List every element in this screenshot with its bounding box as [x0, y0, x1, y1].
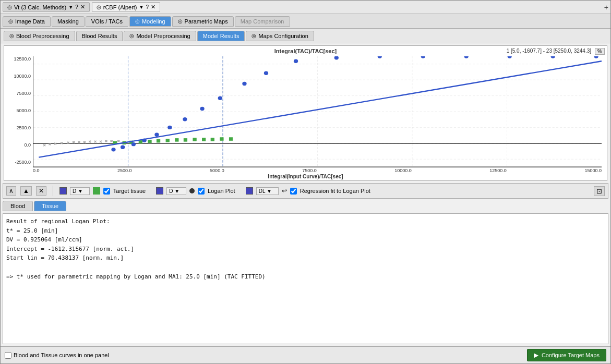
masking-label: Masking [57, 18, 79, 25]
x-label-0: 0.0 [33, 168, 40, 173]
logan-plot-checkbox[interactable] [198, 188, 205, 195]
mp-icon: ◎ [129, 33, 134, 39]
up-button[interactable]: ▲ [20, 186, 32, 196]
vt-help[interactable]: ? [75, 4, 78, 10]
target-dropdown[interactable]: D ▼ [70, 187, 90, 195]
reg-dropdown[interactable]: DL ▼ [256, 187, 279, 195]
svg-point-54 [294, 59, 298, 63]
svg-point-53 [264, 71, 268, 75]
svg-rect-36 [175, 139, 178, 142]
tab-vois-tacs[interactable]: VOIs / TACs [86, 16, 128, 27]
separator-1 [53, 186, 53, 196]
result-line-0: Result of regional Logan Plot: [6, 217, 605, 226]
svg-line-62 [39, 61, 602, 157]
svg-rect-34 [157, 139, 160, 142]
target-tissue-checkbox[interactable] [103, 188, 110, 195]
vt-dropdown[interactable]: ▼ [68, 5, 73, 10]
tab-map-comparison[interactable]: Map Comparison [235, 16, 290, 27]
map-comparison-label: Map Comparison [241, 18, 284, 25]
add-tab-button[interactable]: + [604, 3, 608, 11]
one-panel-checkbox-label[interactable]: Blood and Tissue curves in one panel [5, 352, 109, 359]
svg-rect-32 [139, 140, 142, 143]
subtab-model-results[interactable]: Model Results [197, 31, 245, 41]
chart-info: 1 [5.0, -1607.7] - 23 [5250.0, 3244.3] [507, 48, 591, 54]
tissue-tab[interactable]: Tissue [34, 201, 66, 211]
vt-close[interactable]: ✕ [80, 4, 85, 10]
modeling-label: Modeling [142, 18, 165, 25]
image-data-label: Image Data [15, 18, 45, 25]
legend-row-regression: DL ▼ ↩ Regression fit to Logan Plot [246, 187, 370, 195]
tab-masking[interactable]: Masking [52, 16, 85, 27]
svg-rect-40 [211, 138, 214, 141]
svg-point-52 [242, 82, 246, 86]
snapshot-button[interactable]: ⊡ [594, 186, 605, 196]
mp-label: Model Preprocessing [136, 33, 190, 39]
bp-label: Blood Preprocessing [16, 33, 69, 39]
sub-tab-bar: ◎ Blood Preprocessing Blood Results ◎ Mo… [1, 29, 610, 43]
tab-modeling[interactable]: ◎ Modeling [129, 16, 171, 27]
y-label-4: 2500.0 [16, 125, 31, 130]
svg-text:×: × [105, 139, 107, 143]
line-tool-button[interactable]: ∧ [6, 186, 16, 196]
tab-parametric-maps[interactable]: ◎ Parametric Maps [172, 16, 234, 27]
svg-text:×: × [89, 139, 91, 143]
logan-dropdown[interactable]: D ▼ [166, 187, 186, 195]
svg-text:×: × [83, 140, 86, 144]
br-label: Blood Results [82, 33, 117, 39]
chart-plot[interactable]: × × × × × × × × × × × × × × [33, 56, 602, 167]
y-label-1: 10000.0 [14, 74, 31, 79]
parametric-label: Parametric Maps [185, 18, 228, 25]
blood-tissue-tabs: Blood Tissue [3, 201, 608, 211]
svg-text:×: × [117, 139, 120, 143]
subtab-blood-results[interactable]: Blood Results [76, 31, 123, 41]
svg-point-55 [334, 56, 339, 59]
target-color-box[interactable] [59, 187, 67, 195]
title-tab-rcbf[interactable]: ◎ rCBF (Alpert) ▼ ? ✕ [92, 2, 160, 12]
subtab-maps-configuration[interactable]: ◎ Maps Configuration [246, 31, 314, 41]
rcbf-dropdown[interactable]: ▼ [139, 5, 144, 10]
title-tab-vt[interactable]: ◎ Vt (3 Calc. Methods) ▼ ? ✕ [3, 2, 90, 12]
close-button[interactable]: ✕ [36, 186, 46, 196]
svg-rect-37 [184, 139, 187, 142]
mr-label: Model Results [203, 33, 239, 39]
modeling-icon: ◎ [135, 18, 140, 24]
x-label-6: 15000.0 [584, 168, 602, 173]
one-panel-checkbox[interactable] [5, 352, 11, 359]
result-line-4: Start lin = 70.438137 [norm. min.] [6, 253, 605, 263]
blood-tab[interactable]: Blood [3, 201, 33, 211]
image-data-icon: ◎ [8, 18, 13, 24]
configure-target-maps-button[interactable]: ▶ Configure Target Maps [527, 349, 606, 361]
main-window: ◎ Vt (3 Calc. Methods) ▼ ? ✕ ◎ rCBF (Alp… [0, 0, 611, 364]
regression-label: Regression fit to Logan Plot [300, 188, 370, 194]
y-label-5: 0.0 [24, 142, 31, 148]
svg-rect-35 [166, 139, 169, 142]
legend-row-target: D ▼ Target tissue [59, 187, 146, 195]
logan-color-box[interactable] [156, 187, 163, 195]
bottom-bar: Blood and Tissue curves in one panel ▶ C… [1, 346, 610, 363]
percent-button[interactable]: % [595, 48, 605, 55]
configure-label: Configure Target Maps [542, 352, 600, 358]
rcbf-help[interactable]: ? [146, 4, 149, 10]
svg-rect-38 [193, 138, 196, 141]
target-tissue-label: Target tissue [113, 188, 146, 194]
svg-point-49 [183, 117, 187, 121]
subtab-blood-preprocessing[interactable]: ◎ Blood Preprocessing [4, 31, 75, 41]
tab-image-data[interactable]: ◎ Image Data [3, 16, 51, 27]
rcbf-close[interactable]: ✕ [151, 4, 155, 10]
main-content: Integral(TAC)/TAC[sec] 1 [5.0, -1607.7] … [1, 43, 610, 346]
svg-text:×: × [100, 139, 102, 143]
vois-tacs-label: VOIs / TACs [91, 18, 123, 25]
target-green-box[interactable] [93, 187, 100, 195]
y-axis: 12500.0 10000.0 7500.0 5000.0 2500.0 0.0… [4, 56, 33, 165]
svg-point-50 [200, 107, 204, 111]
x-axis-label: Integral(Input Curve)/TAC[sec] [268, 174, 343, 179]
chart-area: Integral(TAC)/TAC[sec] 1 [5.0, -1607.7] … [4, 45, 607, 181]
y-label-6: -2500.0 [15, 160, 31, 165]
y-label-0: 12500.0 [14, 56, 31, 62]
x-label-4: 10000.0 [394, 168, 412, 173]
x-axis-labels: 0.0 2500.0 5000.0 7500.0 10000.0 12500.0… [33, 168, 602, 173]
rcbf-label: rCBF (Alpert) [103, 4, 137, 10]
reg-color-box[interactable] [246, 187, 253, 195]
subtab-model-preprocessing[interactable]: ◎ Model Preprocessing [124, 31, 196, 41]
regression-checkbox[interactable] [290, 188, 297, 195]
